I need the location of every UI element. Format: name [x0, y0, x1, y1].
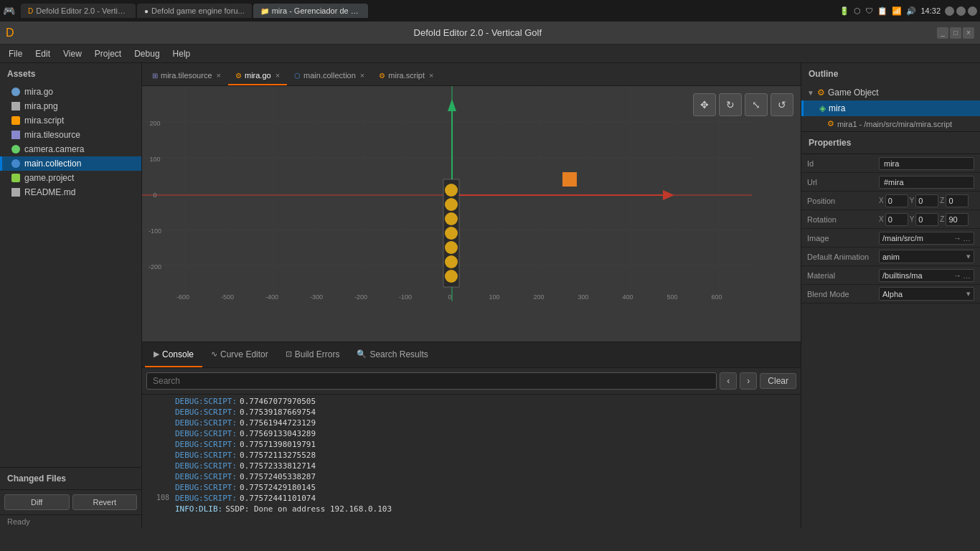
svg-text:300: 300	[578, 293, 588, 301]
mira-script-label: mira.script	[24, 116, 64, 126]
sidebar-item-main-collection[interactable]: main.collection	[0, 156, 141, 171]
tab-collection-label: main.collection	[303, 71, 356, 80]
close-button[interactable]	[968, 6, 977, 16]
outline-item-mira[interactable]: ◈ mira	[801, 100, 980, 116]
browser-tab-1[interactable]: D Defold Editor 2.0 - Vertical...	[21, 4, 136, 18]
menu-view[interactable]: View	[57, 47, 88, 61]
app-maximize-button[interactable]: □	[950, 27, 961, 39]
browser-tab-3[interactable]: 📁 mira - Gerenciador de arq...	[253, 4, 368, 18]
tab-main-collection[interactable]: ⬡ main.collection ×	[287, 67, 372, 85]
prop-position-y[interactable]	[915, 194, 938, 207]
tilesource-close-icon[interactable]: ×	[217, 71, 221, 80]
mira-outline-icon: ◈	[819, 103, 826, 113]
menu-edit[interactable]: Edit	[29, 47, 56, 61]
sidebar-item-readme[interactable]: README.md	[0, 185, 141, 199]
svg-point-30	[445, 241, 458, 254]
prop-row-position: Position X Y Z	[801, 192, 980, 210]
svg-text:-100: -100	[399, 293, 412, 301]
script-close-icon[interactable]: ×	[429, 71, 433, 80]
game-object-expand-icon: ▼	[807, 89, 814, 97]
go-close-icon[interactable]: ×	[275, 71, 280, 80]
console-prev-button[interactable]: ‹	[720, 372, 737, 390]
prop-blend-mode-dropdown-icon: ▾	[966, 289, 971, 298]
revert-button[interactable]: Revert	[72, 494, 138, 510]
search-results-tab-label: Search Results	[369, 349, 428, 359]
prop-rotation-y[interactable]	[915, 213, 938, 226]
tab-curve-editor[interactable]: ∿ Curve Editor	[202, 342, 277, 367]
prop-id-input[interactable]	[879, 157, 974, 170]
tab-script-label: mira.script	[388, 71, 425, 80]
prop-row-rotation: Rotation X Y Z	[801, 210, 980, 229]
sidebar-item-mira-tilesource[interactable]: mira.tilesource	[0, 128, 141, 142]
tab-mira-tilesource[interactable]: ⊞ mira.tilesource ×	[145, 67, 228, 85]
log-value: 0.77572113275528	[240, 451, 316, 460]
wifi-icon: 📶	[892, 6, 902, 16]
app-minimize-button[interactable]: _	[937, 27, 948, 39]
defold-logo: D	[6, 27, 14, 39]
console-clear-button[interactable]: Clear	[760, 373, 796, 389]
prop-row-blend-mode: Blend Mode Alpha ▾	[801, 285, 980, 303]
defold-icon: D	[28, 7, 33, 15]
console-next-button[interactable]: ›	[740, 372, 757, 390]
tab-mira-go[interactable]: ⚙ mira.go ×	[228, 67, 287, 85]
prop-rotation-z[interactable]	[946, 213, 969, 226]
mira-tilesource-label: mira.tilesource	[24, 130, 80, 140]
browser-tab-2[interactable]: ● Defold game engine foru...	[137, 4, 252, 18]
menu-project[interactable]: Project	[89, 47, 127, 61]
sidebar-item-mira-script[interactable]: mira.script	[0, 113, 141, 128]
menu-debug[interactable]: Debug	[128, 47, 165, 61]
tab-mira-script[interactable]: ⚙ mira.script ×	[372, 67, 440, 85]
prop-blend-mode-label: Blend Mode	[807, 290, 879, 298]
app-close-button[interactable]: ×	[963, 27, 974, 39]
move-tool-button[interactable]: ✥	[693, 93, 716, 116]
prop-url-input[interactable]	[879, 176, 974, 189]
sidebar-item-camera[interactable]: camera.camera	[0, 142, 141, 156]
svg-text:400: 400	[622, 293, 633, 301]
reset-tool-button[interactable]: ↺	[771, 93, 793, 116]
sidebar-item-mira-go[interactable]: mira.go	[0, 85, 141, 99]
rotate-tool-button[interactable]: ↻	[719, 93, 742, 116]
maximize-button[interactable]	[956, 6, 966, 16]
prop-image-arrow[interactable]: →	[953, 234, 961, 242]
outline-item-mira1-script[interactable]: ⚙ mira1 - /main/src/mira/mira.script	[801, 116, 980, 131]
prop-position-z[interactable]	[946, 194, 969, 207]
log-line-number: 108	[148, 494, 169, 503]
clock: 14:32	[920, 6, 941, 15]
log-line: DEBUG:SCRIPT: 0.77467077970505	[142, 396, 801, 407]
tab-build-errors[interactable]: ⊡ Build Errors	[277, 342, 349, 367]
sidebar-item-game-project[interactable]: game.project	[0, 171, 141, 185]
prop-rotation-inputs: X Y Z	[879, 213, 974, 226]
diff-button[interactable]: Diff	[4, 494, 70, 510]
readme-label: README.md	[24, 187, 75, 197]
svg-point-31	[445, 255, 458, 268]
tab-search-results[interactable]: 🔍 Search Results	[348, 342, 436, 367]
prop-position-inputs: X Y Z	[879, 194, 974, 207]
menu-help[interactable]: Help	[167, 47, 197, 61]
prop-image-dots[interactable]: …	[963, 234, 971, 242]
log-value: 0.77572405338287	[240, 472, 316, 481]
prop-material-dots[interactable]: …	[963, 271, 971, 280]
prop-rotation-x[interactable]	[885, 213, 908, 226]
sidebar: Assets mira.go mira.png mira.script mira…	[0, 63, 142, 528]
prop-blend-mode-select[interactable]: Alpha ▾	[879, 287, 974, 301]
scale-tool-button[interactable]: ⤡	[745, 93, 768, 116]
collection-close-icon[interactable]: ×	[360, 71, 364, 80]
console-search-input[interactable]	[146, 372, 717, 390]
menu-file[interactable]: File	[3, 47, 28, 61]
sidebar-item-mira-png[interactable]: mira.png	[0, 99, 141, 113]
folder-icon: 📁	[260, 7, 269, 15]
log-line: DEBUG:SCRIPT: 0.77569133043289	[142, 428, 801, 439]
prop-url-label: Url	[807, 178, 879, 187]
minimize-button[interactable]	[945, 6, 954, 16]
browser-tab-2-label: Defold game engine foru...	[151, 6, 245, 15]
prop-material-arrow[interactable]: →	[953, 271, 961, 280]
tab-console[interactable]: ▶ Console	[145, 342, 202, 367]
prop-material-link[interactable]: /builtins/ma → …	[879, 269, 974, 282]
log-line-numbered: 108 DEBUG:SCRIPT: 0.77572441101074	[142, 493, 801, 504]
prop-image-link[interactable]: /main/src/m → …	[879, 232, 974, 245]
game-canvas[interactable]: -600 -500 -400 -300 -200 -100 0 100 200 …	[142, 86, 801, 342]
prop-animation-select[interactable]: anim ▾	[879, 250, 974, 263]
outline-item-game-object[interactable]: ▼ ⚙ Game Object	[801, 85, 980, 100]
prop-position-x[interactable]	[885, 194, 908, 207]
log-label: DEBUG:SCRIPT:	[175, 483, 237, 492]
